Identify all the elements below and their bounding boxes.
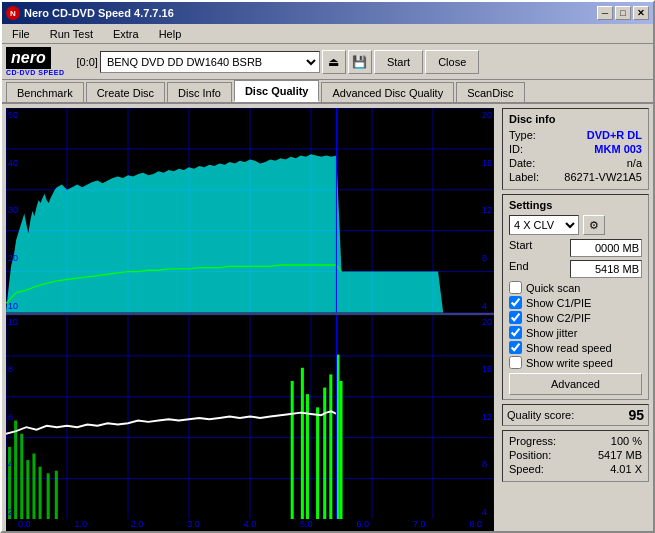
bottom-chart-y-left: 108642 bbox=[6, 315, 20, 520]
window-title: Nero CD-DVD Speed 4.7.7.16 bbox=[24, 7, 174, 19]
menu-bar: File Run Test Extra Help bbox=[2, 24, 653, 44]
top-chart-y-right: 20161284 bbox=[482, 108, 492, 313]
tabs-bar: Benchmark Create Disc Disc Info Disc Qua… bbox=[2, 80, 653, 104]
date-label: Date: bbox=[509, 157, 535, 169]
tab-advanced-disc-quality[interactable]: Advanced Disc Quality bbox=[321, 82, 454, 102]
show-c2pif-label: Show C2/PIF bbox=[526, 312, 591, 324]
drive-label: [0:0] bbox=[77, 56, 98, 68]
show-write-speed-label: Show write speed bbox=[526, 357, 613, 369]
logo-area: nero CD·DVD SPEED bbox=[6, 47, 65, 75]
quick-scan-label: Quick scan bbox=[526, 282, 580, 294]
start-button[interactable]: Start bbox=[374, 50, 423, 74]
show-c1pie-checkbox[interactable] bbox=[509, 296, 522, 309]
type-label: Type: bbox=[509, 129, 536, 141]
minimize-button[interactable]: ─ bbox=[597, 6, 613, 20]
svg-rect-47 bbox=[339, 380, 342, 519]
menu-help[interactable]: Help bbox=[153, 26, 188, 42]
disc-info-section: Disc info Type: DVD+R DL ID: MKM 003 Dat… bbox=[502, 108, 649, 190]
save-button[interactable]: 💾 bbox=[348, 50, 372, 74]
tab-benchmark[interactable]: Benchmark bbox=[6, 82, 84, 102]
progress-section: Progress: 100 % Position: 5417 MB Speed:… bbox=[502, 430, 649, 482]
eject-button[interactable]: ⏏ bbox=[322, 50, 346, 74]
svg-rect-43 bbox=[316, 407, 319, 519]
tab-disc-info[interactable]: Disc Info bbox=[167, 82, 232, 102]
end-label: End bbox=[509, 260, 529, 278]
speed-label: Speed: bbox=[509, 463, 544, 475]
nero-logo: nero bbox=[6, 47, 51, 68]
settings-section: Settings 4 X CLV ⚙ Start End Q bbox=[502, 194, 649, 400]
bottom-chart-svg bbox=[6, 315, 494, 520]
svg-rect-44 bbox=[323, 387, 326, 519]
svg-rect-45 bbox=[329, 374, 332, 519]
close-drive-button[interactable]: Close bbox=[425, 50, 479, 74]
close-button[interactable]: ✕ bbox=[633, 6, 649, 20]
app-icon: N bbox=[6, 6, 20, 20]
position-value: 5417 MB bbox=[598, 449, 642, 461]
start-label: Start bbox=[509, 239, 532, 257]
id-label: ID: bbox=[509, 143, 523, 155]
menu-extra[interactable]: Extra bbox=[107, 26, 145, 42]
type-value: DVD+R DL bbox=[587, 129, 642, 141]
advanced-button[interactable]: Advanced bbox=[509, 373, 642, 395]
tab-disc-quality[interactable]: Disc Quality bbox=[234, 80, 320, 102]
speed-select[interactable]: 4 X CLV bbox=[509, 215, 579, 235]
show-write-speed-checkbox[interactable] bbox=[509, 356, 522, 369]
show-jitter-label: Show jitter bbox=[526, 327, 577, 339]
tab-scandisc[interactable]: ScanDisc bbox=[456, 82, 524, 102]
quality-score-section: Quality score: 95 bbox=[502, 404, 649, 426]
x-axis-labels: 0.01.02.03.04.05.06.07.08.0 bbox=[6, 519, 494, 531]
show-jitter-checkbox[interactable] bbox=[509, 326, 522, 339]
title-bar: N Nero CD-DVD Speed 4.7.7.16 ─ □ ✕ bbox=[2, 2, 653, 24]
main-content: 5040302010 20161284 bbox=[2, 104, 653, 533]
top-chart-svg bbox=[6, 108, 494, 313]
top-chart-y-left: 5040302010 bbox=[6, 108, 20, 313]
settings-title: Settings bbox=[509, 199, 642, 211]
maximize-button[interactable]: □ bbox=[615, 6, 631, 20]
disc-label-value: 86271-VW21A5 bbox=[564, 171, 642, 183]
bottom-chart: 108642 20161284 bbox=[6, 315, 494, 520]
svg-marker-15 bbox=[6, 154, 494, 312]
right-panel: Disc info Type: DVD+R DL ID: MKM 003 Dat… bbox=[498, 104, 653, 533]
speed-value: 4.01 X bbox=[610, 463, 642, 475]
svg-rect-38 bbox=[47, 473, 50, 519]
top-chart: 5040302010 20161284 bbox=[6, 108, 494, 315]
svg-rect-37 bbox=[39, 466, 42, 519]
id-value: MKM 003 bbox=[594, 143, 642, 155]
main-window: N Nero CD-DVD Speed 4.7.7.16 ─ □ ✕ File … bbox=[0, 0, 655, 533]
settings-icon-button[interactable]: ⚙ bbox=[583, 215, 605, 235]
toolbar: nero CD·DVD SPEED [0:0] BENQ DVD DD DW16… bbox=[2, 44, 653, 80]
show-read-speed-checkbox[interactable] bbox=[509, 341, 522, 354]
svg-rect-36 bbox=[32, 453, 35, 519]
quick-scan-checkbox[interactable] bbox=[509, 281, 522, 294]
disc-label-label: Label: bbox=[509, 171, 539, 183]
nero-subtitle: CD·DVD SPEED bbox=[6, 69, 65, 76]
show-c1pie-label: Show C1/PIE bbox=[526, 297, 591, 309]
menu-run-test[interactable]: Run Test bbox=[44, 26, 99, 42]
menu-file[interactable]: File bbox=[6, 26, 36, 42]
date-value: n/a bbox=[627, 157, 642, 169]
show-read-speed-label: Show read speed bbox=[526, 342, 612, 354]
svg-rect-39 bbox=[55, 470, 58, 519]
show-c2pif-checkbox[interactable] bbox=[509, 311, 522, 324]
svg-rect-40 bbox=[291, 380, 294, 519]
svg-rect-41 bbox=[301, 367, 304, 519]
tab-create-disc[interactable]: Create Disc bbox=[86, 82, 165, 102]
start-input[interactable] bbox=[570, 239, 642, 257]
end-input[interactable] bbox=[570, 260, 642, 278]
svg-rect-35 bbox=[26, 460, 29, 519]
chart-area: 5040302010 20161284 bbox=[6, 108, 494, 531]
quality-score-value: 95 bbox=[628, 407, 644, 423]
drive-select[interactable]: BENQ DVD DD DW1640 BSRB bbox=[100, 51, 320, 73]
progress-label: Progress: bbox=[509, 435, 556, 447]
svg-rect-34 bbox=[20, 433, 23, 519]
quality-score-label: Quality score: bbox=[507, 409, 574, 421]
disc-info-title: Disc info bbox=[509, 113, 642, 125]
position-label: Position: bbox=[509, 449, 551, 461]
progress-value: 100 % bbox=[611, 435, 642, 447]
bottom-chart-y-right: 20161284 bbox=[482, 315, 492, 520]
